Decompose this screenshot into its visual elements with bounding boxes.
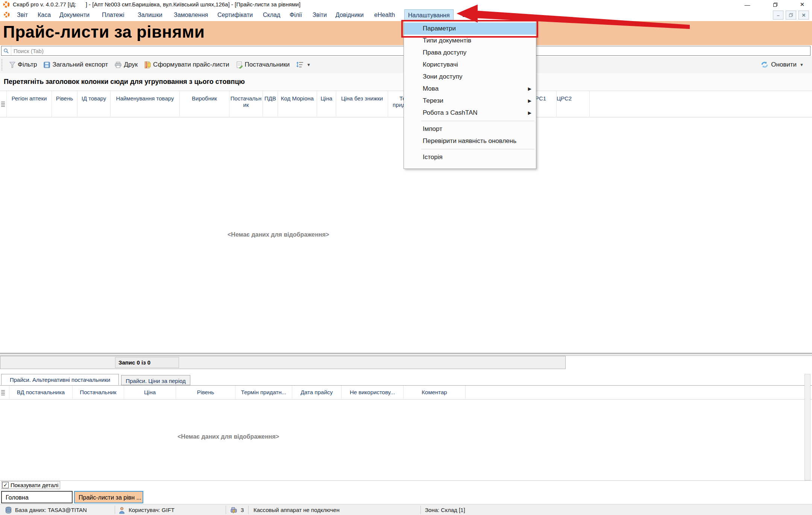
list-options-button[interactable]: ▼	[293, 58, 314, 71]
menu-dokumenty[interactable]: Документи	[59, 9, 90, 21]
menu-item-check-updates[interactable]: Перевірити наявність оновлень	[404, 135, 536, 147]
column-header-riven[interactable]: Рівень	[52, 91, 77, 117]
window-tabs: Головна Прайс-листи за рівн ...	[0, 491, 812, 504]
menu-zvity[interactable]: Звіти	[313, 9, 327, 21]
column-header-vyrobnyk[interactable]: Виробник	[180, 91, 229, 117]
menu-vikna[interactable]: Вікна	[462, 9, 477, 21]
menu-item-import[interactable]: Імпорт	[404, 123, 536, 135]
menu-item-mova[interactable]: Мова▶	[404, 83, 536, 95]
column-header-tsina[interactable]: Ціна	[317, 91, 336, 117]
restore-icon	[773, 3, 777, 7]
database-status: База даних: TASA3@TITAN	[15, 504, 87, 515]
column-header-tsina-bez[interactable]: Ціна без знижки	[336, 91, 388, 117]
restore-button[interactable]	[770, 0, 781, 9]
column-header-id[interactable]: ІД товару	[77, 91, 111, 117]
tab-prices-period[interactable]: Прайси. Ціни за період	[121, 375, 190, 385]
record-count-bar: Запис 0 із 0	[0, 356, 566, 369]
generate-pricelists-label: Сформувати прайс-листи	[153, 61, 229, 68]
submenu-arrow-icon: ▶	[528, 83, 531, 95]
sort-list-icon	[296, 62, 304, 68]
suppliers-button[interactable]: Постачальники	[233, 58, 293, 71]
zone-status: Зона: Склад [1]	[425, 504, 465, 515]
menu-item-label: Робота з CashTAN	[423, 109, 478, 116]
column-header-moriona[interactable]: Код Моріона	[278, 91, 317, 117]
tab-alternative-suppliers[interactable]: Прайси. Альтернативні постачальники	[1, 374, 119, 385]
horizontal-splitter[interactable]	[0, 353, 812, 356]
menu-item-prava-dostupu[interactable]: Права доступу	[404, 47, 536, 59]
minimize-button[interactable]: —	[742, 0, 753, 9]
detail-column-postachalnyk[interactable]: Постачальник	[73, 386, 124, 400]
filter-label: Фільтр	[18, 61, 37, 68]
app-window: Скарб pro v. 4.0.2.77 [ІД: ] - [Апт №003…	[0, 0, 812, 515]
detail-column-riven[interactable]: Рівень	[176, 386, 235, 400]
record-count: Запис 0 із 0	[115, 357, 179, 368]
mdi-restore-button[interactable]	[786, 11, 796, 20]
title-bar: Скарб pro v. 4.0.2.77 [ІД: ] - [Апт №003…	[0, 0, 812, 9]
menu-dovidka[interactable]: Довідка	[486, 9, 508, 21]
menu-item-typy-dokumentiv[interactable]: Типи документів	[404, 35, 536, 47]
mdi-minimize-button[interactable]: –	[773, 11, 783, 20]
window-title: Скарб pro v. 4.0.2.77 [ІД: ] - [Апт №003…	[13, 1, 301, 8]
menu-bar: Звіт Каса Документи Платежі Залишки Замо…	[0, 9, 812, 21]
menu-dovidnyky[interactable]: Довідники	[335, 9, 364, 21]
detail-column-komentar[interactable]: Коментар	[404, 386, 466, 400]
menu-zalyshky[interactable]: Залишки	[138, 9, 162, 21]
user-status: Користувач: GIFT	[129, 504, 175, 515]
column-header-region[interactable]: Регіон аптеки	[7, 91, 52, 117]
close-button[interactable]: ✕	[797, 0, 808, 9]
refresh-label: Оновити	[771, 61, 797, 68]
detail-column-vd[interactable]: ВД постачальника	[9, 386, 73, 400]
menu-zvit[interactable]: Звіт	[17, 9, 28, 21]
print-label: Друк	[124, 61, 138, 68]
menu-item-korystuvachi[interactable]: Користувачі	[404, 59, 536, 71]
detail-column-termin[interactable]: Термін придатн...	[235, 386, 292, 400]
refresh-caret-icon: ▼	[800, 62, 804, 67]
menu-ehealth[interactable]: eHealth	[374, 9, 395, 21]
column-header-pdv[interactable]: ПДВ	[263, 91, 278, 117]
menu-kasa[interactable]: Каса	[38, 9, 51, 21]
menu-item-terezy[interactable]: Терези▶	[404, 95, 536, 107]
printer-icon	[115, 62, 121, 68]
show-details-checkbox[interactable]: ✓ Показувати деталі	[2, 482, 60, 489]
refresh-button[interactable]: Оновити ▼	[760, 56, 804, 73]
toolbar-grip[interactable]	[2, 59, 4, 70]
menu-separator	[421, 149, 534, 149]
detail-column-data[interactable]: Дата прайсу	[292, 386, 341, 400]
column-header-postachalnyk[interactable]: Постачальник	[229, 91, 263, 117]
menu-item-zony-dostupu[interactable]: Зони доступу	[404, 71, 536, 83]
cash-register-icon	[230, 506, 238, 515]
statusbar-separator	[248, 506, 249, 514]
detail-grid-header: ВД постачальника Постачальник Ціна Рівен…	[0, 385, 812, 400]
row-selector-header[interactable]	[0, 91, 7, 117]
group-by-hint: Перетягніть заголовок колонки сюди для у…	[0, 78, 245, 86]
print-button[interactable]: Друк	[111, 58, 141, 71]
menu-item-istoriia[interactable]: Історія	[404, 151, 536, 163]
cash-count: 3	[241, 504, 244, 515]
window-tab-home[interactable]: Головна	[1, 491, 73, 503]
menu-zamovlennia[interactable]: Замовлення	[174, 9, 208, 21]
menu-sklad[interactable]: Склад	[263, 9, 280, 21]
column-header-name[interactable]: Найменування товару	[111, 91, 180, 117]
submenu-arrow-icon: ▶	[528, 107, 531, 119]
menu-nalashtuvannia[interactable]: Налаштування	[404, 9, 454, 21]
generate-pricelists-button[interactable]: Сформувати прайс-листи	[141, 58, 232, 71]
mdi-close-button[interactable]: ✕	[798, 11, 809, 20]
menu-item-cashtan[interactable]: Робота з CashTAN▶	[404, 107, 536, 119]
show-details-label: Показувати деталі	[11, 482, 58, 488]
detail-grid-body[interactable]: <Немає даних для відображення>	[0, 400, 812, 481]
floppy-icon	[44, 62, 50, 68]
menu-platezhi[interactable]: Платежі	[102, 9, 124, 21]
filter-button[interactable]: Фільтр	[6, 58, 40, 71]
detail-column-ne-vykor[interactable]: Не використову...	[341, 386, 404, 400]
detail-column-tsina[interactable]: Ціна	[124, 386, 176, 400]
menu-item-parametry[interactable]: Параметри	[404, 23, 536, 35]
detail-scrollbar[interactable]	[804, 374, 810, 480]
column-header-tsrs2[interactable]: ЦРС2	[557, 91, 590, 117]
export-label: Загальний експорт	[52, 61, 108, 68]
detail-row-selector-header[interactable]	[0, 386, 9, 400]
export-button[interactable]: Загальний експорт	[40, 58, 111, 71]
menu-filii[interactable]: Філії	[290, 9, 302, 21]
menu-separator	[421, 121, 534, 121]
menu-sertyfikaty[interactable]: Сертифікати	[217, 9, 253, 21]
window-tab-pricelists[interactable]: Прайс-листи за рівн ...	[74, 491, 143, 503]
